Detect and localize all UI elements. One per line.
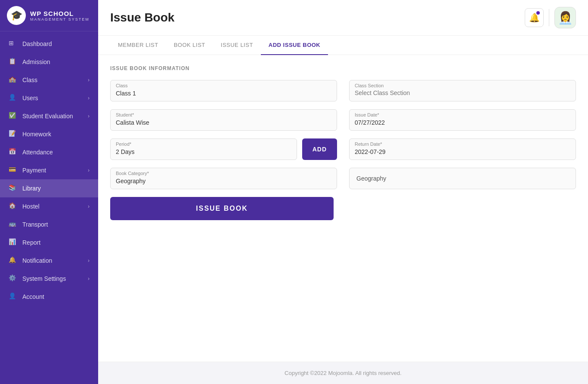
- sidebar-item-label: Hostel: [22, 203, 40, 210]
- library-icon: 📚: [9, 184, 17, 193]
- chevron-right-icon: ›: [88, 276, 90, 282]
- student-field: Student* Calista Wise: [110, 109, 337, 131]
- return-date-label: Return Date*: [355, 141, 570, 147]
- tab-book-list[interactable]: BOOK LIST: [166, 36, 213, 55]
- issue-date-label: Issue Date*: [355, 112, 570, 117]
- class-section-label: Class Section: [355, 83, 570, 88]
- sidebar-item-report[interactable]: 📊 Report: [0, 233, 98, 252]
- book-category-label: Book Category*: [116, 171, 331, 176]
- tab-add-issue-book[interactable]: ADD ISSUE BOOK: [261, 36, 328, 55]
- hostel-icon: 🏠: [9, 202, 17, 211]
- sidebar-item-homework[interactable]: 📝 Homework: [0, 125, 98, 143]
- sidebar-item-label: System Settings: [22, 275, 66, 282]
- chevron-right-icon: ›: [88, 258, 90, 264]
- payment-icon: 💳: [9, 166, 17, 175]
- chevron-right-icon: ›: [88, 95, 90, 101]
- users-icon: 👤: [9, 94, 17, 102]
- class-section-input[interactable]: [355, 89, 570, 96]
- student-value: Calista Wise: [116, 118, 331, 127]
- header-divider: [549, 9, 549, 26]
- return-date-value: 2022-07-29: [355, 147, 570, 156]
- tab-member-list[interactable]: MEMBER LIST: [110, 36, 166, 55]
- notification-bell-button[interactable]: 🔔: [525, 8, 544, 27]
- form-area: ISSUE BOOK INFORMATION Class Class 1 Cla…: [98, 55, 588, 362]
- dashboard-icon: ⊞: [9, 40, 17, 48]
- book-category-field: Book Category* Geography: [110, 168, 337, 189]
- header-actions: 🔔 👩‍💼: [525, 7, 576, 28]
- form-row-4: Book Category* Geography Geography: [110, 168, 576, 189]
- main-content: Issue Book 🔔 👩‍💼 MEMBER LIST BOOK LIST I…: [98, 0, 588, 384]
- sidebar-item-account[interactable]: 👤 Account: [0, 288, 98, 306]
- sidebar-item-label: Class: [22, 77, 37, 83]
- report-icon: 📊: [9, 238, 17, 247]
- class-section-field: Class Section: [349, 80, 576, 101]
- issue-btn-wrap: ISSUE BOOK: [110, 197, 576, 220]
- attendance-icon: 📅: [9, 148, 17, 157]
- sidebar-item-label: Notification: [22, 257, 52, 264]
- geography-display: Geography: [349, 168, 576, 189]
- form-row-1: Class Class 1 Class Section: [110, 80, 576, 101]
- sidebar-item-system-settings[interactable]: ⚙️ System Settings ›: [0, 270, 98, 288]
- period-field: Period* 2 Days: [110, 138, 297, 160]
- user-avatar-button[interactable]: 👩‍💼: [554, 7, 576, 28]
- issue-book-button[interactable]: ISSUE BOOK: [110, 197, 334, 220]
- sidebar-item-label: Dashboard: [22, 40, 52, 47]
- notification-icon: 🔔: [9, 256, 17, 265]
- avatar-image: 👩‍💼: [558, 11, 573, 25]
- student-label: Student*: [116, 112, 331, 117]
- sidebar-item-class[interactable]: 🏫 Class ›: [0, 71, 98, 89]
- homework-icon: 📝: [9, 130, 17, 138]
- form-row-3: Period* 2 Days ADD Return Date* 2022-07-…: [110, 138, 576, 160]
- sidebar-item-student-evaluation[interactable]: ✅ Student Evaluation ›: [0, 107, 98, 125]
- tab-issue-list[interactable]: ISSUE LIST: [213, 36, 261, 55]
- sidebar-item-label: Attendance: [22, 149, 53, 156]
- footer: Copyright ©2022 Mojoomla. All rights res…: [98, 362, 588, 384]
- transport-icon: 🚌: [9, 220, 17, 229]
- sidebar-item-label: Homework: [22, 131, 51, 138]
- sidebar-item-transport[interactable]: 🚌 Transport: [0, 215, 98, 233]
- book-category-value: Geography: [116, 177, 331, 185]
- chevron-right-icon: ›: [88, 113, 90, 119]
- chevron-right-icon: ›: [88, 77, 90, 83]
- sidebar-item-label: Student Evaluation: [22, 113, 73, 120]
- sidebar-item-label: Payment: [22, 167, 46, 174]
- sidebar-item-label: Transport: [22, 221, 48, 228]
- sidebar-item-users[interactable]: 👤 Users ›: [0, 89, 98, 107]
- settings-icon: ⚙️: [9, 274, 17, 283]
- class-field: Class Class 1: [110, 80, 337, 101]
- sidebar-item-dashboard[interactable]: ⊞ Dashboard: [0, 35, 98, 53]
- sidebar: 🎓 WP SCHOOL MANAGEMENT SYSTEM ⊞ Dashboar…: [0, 0, 98, 384]
- sidebar-logo: 🎓 WP SCHOOL MANAGEMENT SYSTEM: [0, 0, 98, 31]
- sidebar-item-hostel[interactable]: 🏠 Hostel ›: [0, 197, 98, 215]
- issue-date-field: Issue Date* 07/27/2022: [349, 109, 576, 131]
- student-eval-icon: ✅: [9, 112, 17, 120]
- main-header: Issue Book 🔔 👩‍💼: [98, 0, 588, 36]
- account-icon: 👤: [9, 292, 17, 301]
- period-label: Period*: [116, 141, 291, 147]
- admission-icon: 📋: [9, 58, 17, 66]
- sidebar-item-payment[interactable]: 💳 Payment ›: [0, 161, 98, 179]
- logo-icon: 🎓: [7, 6, 26, 25]
- notification-badge: [536, 11, 540, 15]
- sidebar-item-label: Library: [22, 185, 41, 192]
- chevron-right-icon: ›: [88, 167, 90, 173]
- sidebar-item-notification[interactable]: 🔔 Notification ›: [0, 252, 98, 270]
- return-date-field: Return Date* 2022-07-29: [349, 138, 576, 160]
- add-button[interactable]: ADD: [302, 138, 337, 160]
- sidebar-nav: ⊞ Dashboard 📋 Admission 🏫 Class › 👤 User…: [0, 31, 98, 384]
- class-value: Class 1: [116, 89, 331, 98]
- sidebar-item-admission[interactable]: 📋 Admission: [0, 53, 98, 71]
- period-value: 2 Days: [116, 147, 291, 156]
- logo-text: WP SCHOOL MANAGEMENT SYSTEM: [30, 10, 90, 22]
- page-title: Issue Book: [110, 11, 174, 25]
- class-icon: 🏫: [9, 76, 17, 84]
- sidebar-item-label: Admission: [22, 58, 50, 65]
- sidebar-item-library[interactable]: 📚 Library: [0, 179, 98, 197]
- footer-text: Copyright ©2022 Mojoomla. All rights res…: [285, 370, 402, 376]
- form-section-label: ISSUE BOOK INFORMATION: [110, 65, 576, 71]
- sidebar-item-attendance[interactable]: 📅 Attendance: [0, 143, 98, 161]
- period-row: Period* 2 Days ADD: [110, 138, 337, 160]
- sidebar-item-label: Report: [22, 239, 40, 246]
- form-row-2: Student* Calista Wise Issue Date* 07/27/…: [110, 109, 576, 131]
- class-label: Class: [116, 83, 331, 88]
